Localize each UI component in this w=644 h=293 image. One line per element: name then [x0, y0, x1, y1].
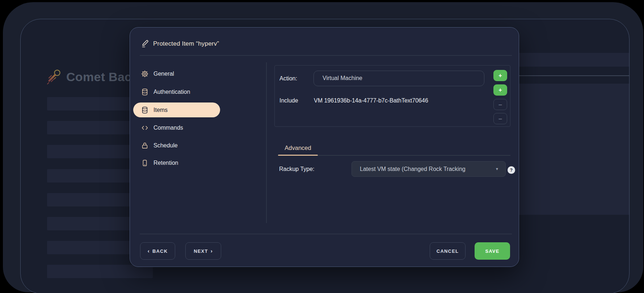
rackup-type-select[interactable]: Latest VM state (Changed Rock Tracking ▼ [352, 161, 506, 177]
dialog-title: Protected Item “hyperv” [153, 40, 219, 47]
title-divider [140, 55, 512, 56]
save-button[interactable]: SAVE [475, 242, 510, 260]
add-item-button[interactable]: + [493, 84, 507, 96]
database-icon [141, 88, 149, 96]
chevron-down-icon: ▼ [495, 162, 499, 177]
device-icon [141, 159, 149, 167]
nav-label: Items [153, 107, 168, 113]
help-icon[interactable]: ? [508, 166, 515, 174]
back-button[interactable]: ‹ BACK [140, 242, 175, 260]
code-icon [141, 124, 149, 132]
footer-divider [140, 234, 512, 234]
save-button-label: SAVE [485, 248, 499, 254]
database-icon [141, 106, 149, 114]
nav-label: General [153, 71, 174, 77]
remove-item-button[interactable]: – [493, 99, 507, 110]
lock-icon [141, 142, 149, 150]
chevron-left-icon: ‹ [148, 248, 150, 254]
protected-item-dialog: Protected Item “hyperv” General Authenti… [130, 27, 519, 267]
rackup-type-label: Rackup Type: [279, 166, 315, 172]
action-label: Action: [279, 75, 297, 82]
next-button[interactable]: NEXT › [185, 242, 221, 260]
nav-item-authentication[interactable]: Authentication [133, 84, 220, 99]
tab-advanced[interactable]: Advanced [278, 145, 318, 151]
gear-icon [141, 70, 149, 78]
nav-item-commands[interactable]: Commands [133, 120, 220, 135]
cancel-button-label: CANCEL [437, 248, 459, 254]
include-label: Include [279, 97, 298, 104]
nav-item-general[interactable]: General [133, 66, 220, 81]
nav-item-retention[interactable]: Retention [133, 155, 220, 170]
app-shell: Comet Backup Protected Item “hyperv” [3, 2, 643, 292]
content-divider [266, 62, 267, 223]
cancel-button[interactable]: CANCEL [430, 242, 466, 260]
nav-label: Commands [153, 125, 183, 131]
nav-item-items[interactable]: Items [133, 102, 220, 117]
comet-icon [46, 68, 63, 86]
remove-item-button[interactable]: – [493, 113, 507, 124]
next-button-label: NEXT [194, 248, 208, 254]
nav-label: Schedule [153, 142, 178, 149]
chevron-right-icon: › [211, 248, 213, 254]
include-value: VM 1961936b-14a-4777-b7c-BathText70646 [314, 97, 428, 104]
edit-pencil-icon [140, 39, 150, 49]
action-select[interactable]: Virtual Machine [313, 71, 484, 86]
nav-label: Authentication [153, 89, 190, 95]
item-config-box: Action: Virtual Machine Include VM 19619… [274, 65, 510, 127]
back-button-label: BACK [152, 248, 168, 254]
nav-item-schedule[interactable]: Schedule [133, 138, 220, 153]
nav-label: Retention [153, 160, 178, 166]
rackup-type-value: Latest VM state (Changed Rock Tracking [360, 166, 466, 172]
add-item-button[interactable]: + [493, 70, 507, 81]
tab-active-underline [278, 155, 318, 156]
